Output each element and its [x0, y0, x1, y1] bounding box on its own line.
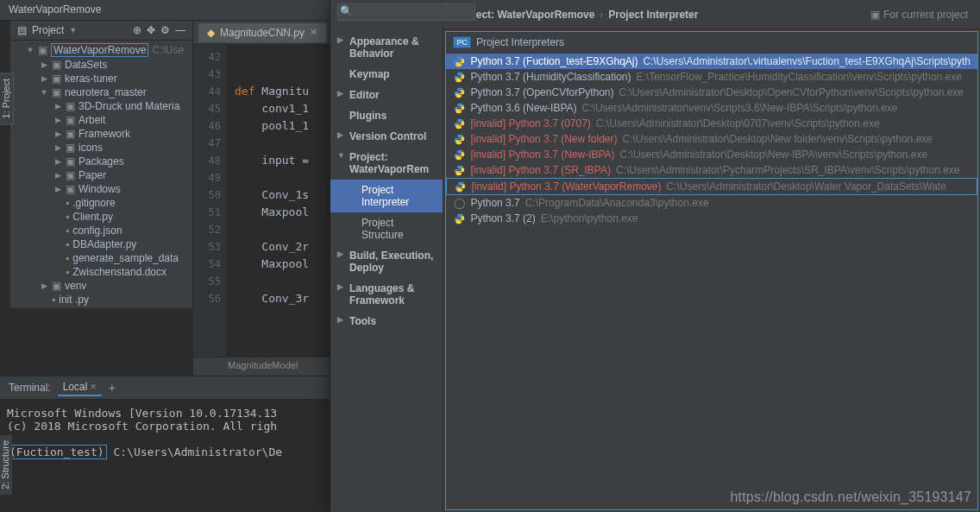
project-tree[interactable]: ▼ ▣ WaterVaporRemove C:\Use ▶▣DataSets▶▣…: [10, 41, 192, 308]
item-label: .gitignore: [72, 197, 115, 209]
close-icon[interactable]: ×: [91, 381, 97, 393]
editor-tab[interactable]: ◆ MagnitudeCNN.py ✕: [198, 23, 326, 42]
hide-icon[interactable]: —: [175, 24, 185, 36]
tree-item[interactable]: ▪.gitignore: [10, 196, 192, 210]
add-terminal-button[interactable]: +: [109, 381, 116, 395]
interpreter-path: C:\ProgramData\Anaconda3\python.exe: [525, 197, 709, 209]
sidebar-project-tab[interactable]: 1: Project: [0, 73, 14, 124]
interpreter-path: C:\Users\Administrator\.virtualenvs\Fuct…: [644, 55, 971, 67]
tree-item[interactable]: ▶▣Arbeit: [10, 113, 192, 127]
python-icon: ◆: [207, 27, 215, 39]
search-input[interactable]: [337, 3, 475, 21]
tree-item[interactable]: ▪config.json: [10, 224, 192, 237]
item-label: Arbeit: [79, 114, 105, 126]
interpreter-path: C:\Users\Administrator\venv\Scripts3.6\N…: [582, 102, 898, 114]
terminal-tab[interactable]: Local ×: [58, 379, 102, 396]
interpreter-label: Python 3.6 (New-IBPA): [470, 102, 576, 114]
folder-icon: ▣: [66, 169, 75, 181]
project-icon: ▣: [870, 9, 880, 21]
nav-item[interactable]: ▶Build, Execution, Deploy: [330, 245, 443, 278]
tree-item[interactable]: ▪Zwischenstand.docx: [10, 265, 192, 279]
pc-icon: PC: [453, 36, 471, 48]
close-icon[interactable]: ✕: [310, 27, 317, 38]
tree-item[interactable]: ▶▣DataSets: [10, 58, 192, 72]
root-path: C:\Use: [152, 44, 184, 56]
interpreter-row[interactable]: Python 3.7 (OpenCVforPython) C:\Users\Ad…: [446, 85, 977, 100]
folder-icon: ▣: [52, 86, 61, 98]
folder-icon: ▣: [52, 59, 61, 71]
tree-item[interactable]: ▶▣keras-tuner: [10, 72, 192, 85]
interpreter-row[interactable]: [invalid] Python 3.7 (WaterVaporRemove) …: [446, 178, 977, 195]
tree-item[interactable]: ▼▣neurotera_master: [10, 85, 192, 99]
nav-item[interactable]: ▶Version Control: [330, 126, 443, 147]
item-label: Zwischenstand.docx: [72, 266, 166, 278]
interpreter-label: [invalid] Python 3.7 (SR_IBPA): [470, 164, 611, 176]
interpreter-row[interactable]: Python 3.6 (New-IBPA) C:\Users\Administr…: [446, 100, 977, 116]
panel-title: Project: [32, 24, 64, 36]
nav-item[interactable]: Project Structure: [330, 212, 443, 245]
interpreter-path: C:\Users\Administrator\Desktop\0707\venv…: [596, 117, 880, 130]
collapse-icon[interactable]: ⊕: [133, 24, 141, 36]
gear-icon[interactable]: ⚙: [160, 24, 170, 36]
nav-item[interactable]: ▶Appearance & Behavior: [330, 31, 443, 64]
item-label: init .py: [59, 294, 89, 306]
tree-item[interactable]: ▶▣Packages: [10, 155, 192, 168]
folder-icon: ▣: [52, 280, 61, 292]
nav-item[interactable]: Plugins: [330, 105, 443, 126]
file-icon: ▪: [66, 238, 69, 250]
interpreter-label: Python 3.7: [470, 197, 519, 209]
interpreter-row[interactable]: [invalid] Python 3.7 (0707) C:\Users\Adm…: [446, 116, 977, 131]
env-badge: (Fuction_test): [7, 445, 107, 459]
item-label: Paper: [79, 169, 106, 181]
item-label: Packages: [79, 155, 124, 168]
panel-title: Project Interpreters: [476, 36, 564, 48]
file-icon: ▪: [66, 211, 69, 223]
nav-item[interactable]: ▶Tools: [330, 311, 443, 332]
interpreter-label: Python 3.7 (Fuction_test-E9XGhqAj): [470, 55, 638, 67]
item-label: config.json: [72, 224, 122, 237]
interpreter-row[interactable]: [invalid] Python 3.7 (New folder) C:\Use…: [446, 131, 977, 147]
tree-item[interactable]: ▪generate_sample_data: [10, 251, 192, 265]
dialog-header: Project: WaterVaporRemove › Project Inte…: [443, 0, 980, 29]
chevron-right-icon: ›: [600, 9, 603, 21]
item-label: generate_sample_data: [72, 252, 179, 264]
python-icon: [453, 71, 465, 83]
tree-item[interactable]: ▪Client.py: [10, 210, 192, 224]
interpreter-row[interactable]: [invalid] Python 3.7 (New-IBPA) C:\Users…: [446, 147, 977, 162]
python-icon: [453, 149, 465, 161]
tree-item[interactable]: ▪init .py: [10, 293, 192, 307]
interpreter-row[interactable]: Python 3.7 (Fuction_test-E9XGhqAj) C:\Us…: [446, 54, 977, 69]
interpreter-row[interactable]: Python 3.7 (2) E:\python\python.exe: [446, 211, 977, 226]
nav-item[interactable]: ▼Project: WaterVaporRem: [330, 147, 443, 180]
interpreter-label: Python 3.7 (HumidityClassification): [470, 71, 631, 83]
interpreter-row[interactable]: [invalid] Python 3.7 (SR_IBPA) C:\Users\…: [446, 162, 977, 178]
interpreter-row[interactable]: Python 3.7 (HumidityClassification) E:\T…: [446, 69, 977, 85]
file-icon: ▪: [66, 197, 69, 209]
interpreter-list[interactable]: Python 3.7 (Fuction_test-E9XGhqAj) C:\Us…: [446, 54, 977, 509]
tree-item[interactable]: ▪DBAdapter.py: [10, 237, 192, 251]
tree-item[interactable]: ▶▣Paper: [10, 168, 192, 182]
item-label: Windows: [79, 183, 121, 195]
tree-item[interactable]: ▶▣3D-Druck und Materia: [10, 99, 192, 113]
sidebar-structure-tab[interactable]: 2: Structure: [0, 435, 12, 495]
folder-icon: ▣: [66, 155, 75, 168]
interpreter-path: E:\python\python.exe: [541, 212, 638, 224]
dropdown-icon[interactable]: ▼: [69, 26, 77, 35]
file-icon: ▪: [66, 266, 69, 278]
interpreter-label: [invalid] Python 3.7 (New folder): [470, 133, 617, 145]
tree-root[interactable]: ▼ ▣ WaterVaporRemove C:\Use: [10, 42, 192, 58]
tree-item[interactable]: ▶▣venv: [10, 279, 192, 293]
tree-item[interactable]: ▶▣Framework: [10, 127, 192, 141]
tree-item[interactable]: ▶▣icons: [10, 141, 192, 155]
nav-item[interactable]: ▶Languages & Framework: [330, 278, 443, 311]
interpreter-row[interactable]: ◯Python 3.7 C:\ProgramData\Anaconda3\pyt…: [446, 195, 977, 211]
item-label: Framework: [79, 128, 130, 140]
nav-item[interactable]: Keymap: [330, 64, 443, 85]
item-label: keras-tuner: [65, 73, 117, 85]
file-icon: ▪: [52, 294, 55, 306]
target-icon[interactable]: ✥: [147, 24, 155, 36]
tree-item[interactable]: ▶▣Windows: [10, 182, 192, 196]
nav-item[interactable]: ▶Editor: [330, 85, 443, 105]
root-name: WaterVaporRemove: [51, 43, 148, 57]
nav-item[interactable]: Project Interpreter: [330, 180, 443, 212]
